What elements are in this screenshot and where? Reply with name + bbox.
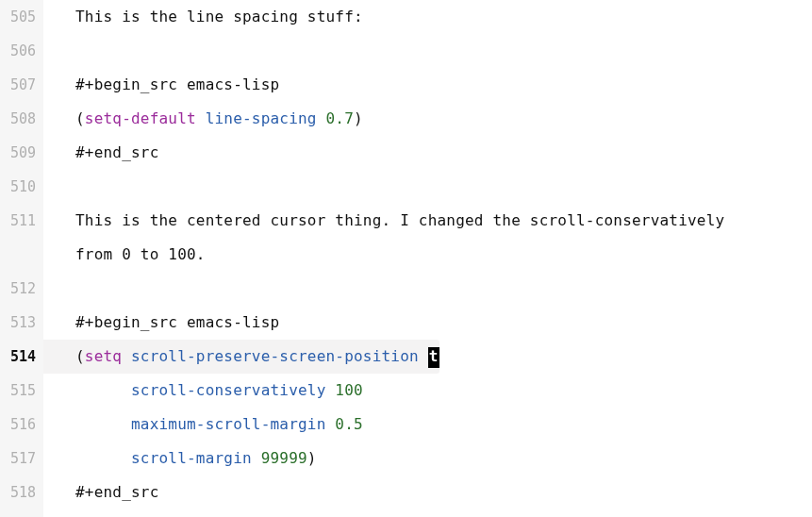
line-number: 519 <box>0 509 43 517</box>
line-number: 512 <box>0 272 43 306</box>
line-number-current: 514 <box>0 340 43 374</box>
line-number: 510 <box>0 170 43 204</box>
line-number: 513 <box>0 306 43 340</box>
line-number: 509 <box>0 136 43 170</box>
line-number: 515 <box>0 374 43 408</box>
line-number: 517 <box>0 442 43 475</box>
editor-pane[interactable]: 505 This is the line spacing stuff: 506 … <box>0 0 812 517</box>
line-number: 518 <box>0 475 43 509</box>
line-number: 507 <box>0 68 43 102</box>
line-number: 511 <box>0 204 43 238</box>
code-area[interactable] <box>43 0 812 517</box>
line-number: 505 <box>0 0 43 34</box>
line-number: 516 <box>0 408 43 442</box>
line-number: 506 <box>0 34 43 68</box>
line-number: 508 <box>0 102 43 136</box>
